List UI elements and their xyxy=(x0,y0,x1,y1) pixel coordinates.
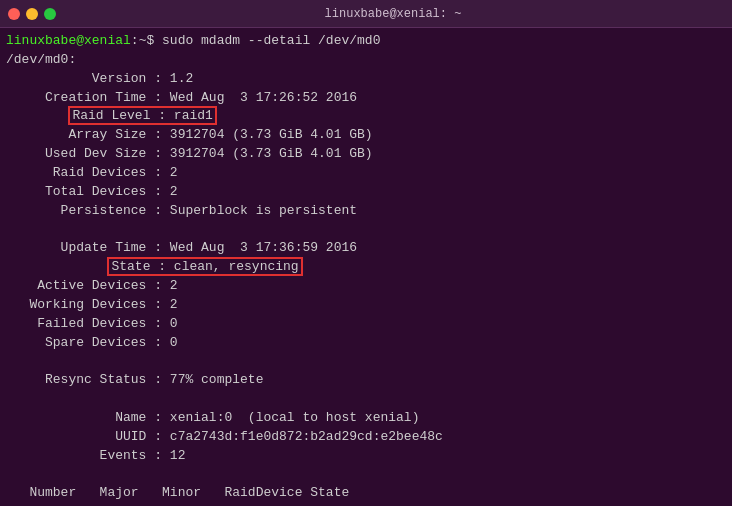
maximize-btn[interactable] xyxy=(44,8,56,20)
terminal: linuxbabe@xenial:~$ sudo mdadm --detail … xyxy=(0,28,732,506)
minimize-btn[interactable] xyxy=(26,8,38,20)
terminal-output: /dev/md0: Version : 1.2 Creation Time : … xyxy=(6,51,726,506)
state-highlight: State : clean, resyncing xyxy=(107,257,302,276)
user-prompt: linuxbabe@xenial xyxy=(6,33,131,48)
prompt-line-1: linuxbabe@xenial:~$ sudo mdadm --detail … xyxy=(6,32,726,51)
raid-level-highlight: Raid Level : raid1 xyxy=(68,106,216,125)
window-title: linuxbabe@xenial: ~ xyxy=(62,7,724,21)
close-btn[interactable] xyxy=(8,8,20,20)
title-bar: linuxbabe@xenial: ~ xyxy=(0,0,732,28)
